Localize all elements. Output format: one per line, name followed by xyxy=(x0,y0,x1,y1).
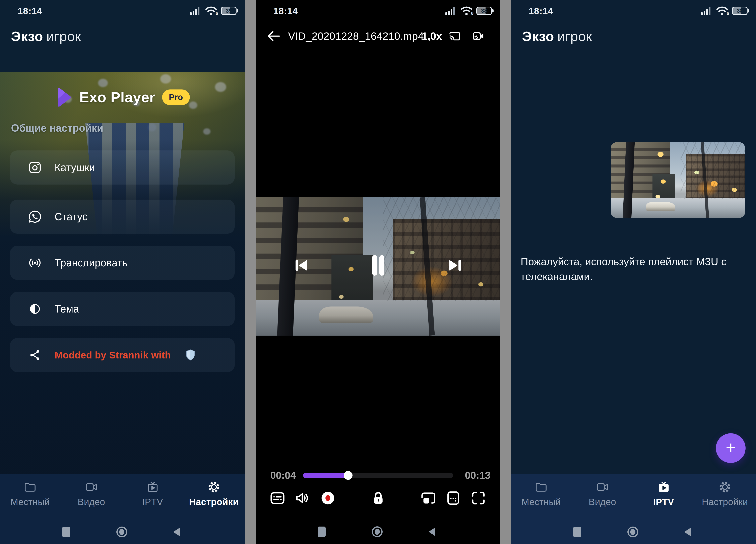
tab-label: Местный xyxy=(521,496,561,507)
home-button[interactable] xyxy=(116,526,127,538)
tab-label: Видео xyxy=(78,496,105,507)
clock: 18:14 xyxy=(529,6,553,16)
wifi-gen-label: 6 xyxy=(727,11,729,16)
wifi-icon: 6 xyxy=(716,6,728,16)
tv-icon xyxy=(657,480,670,494)
folder-icon xyxy=(534,480,548,494)
panel-separator xyxy=(245,0,256,544)
cast-icon[interactable] xyxy=(448,30,462,42)
tab-video[interactable]: Видео xyxy=(61,480,121,507)
tab-local[interactable]: Местный xyxy=(0,480,60,507)
current-time: 00:04 xyxy=(270,470,296,481)
panel-separator xyxy=(500,0,511,544)
signal-icon xyxy=(190,6,201,15)
recents-button[interactable] xyxy=(573,527,581,537)
player-toolbar xyxy=(256,487,500,509)
playback-speed-button[interactable]: 1,0x xyxy=(422,30,442,42)
video-settings-icon[interactable] xyxy=(471,30,486,43)
back-arrow-icon[interactable] xyxy=(267,30,280,42)
more-grid-icon[interactable] xyxy=(445,490,462,506)
recents-button[interactable] xyxy=(62,527,70,537)
subtitles-icon[interactable] xyxy=(269,490,286,506)
settings-item-label: Катушки xyxy=(55,162,95,174)
parked-car xyxy=(646,202,675,211)
progress-fill xyxy=(303,473,348,478)
settings-screen: 18:14 6 39 Экзоигрок xyxy=(0,0,245,544)
tab-video[interactable]: Видео xyxy=(572,480,632,507)
tab-settings[interactable]: Настройки xyxy=(184,480,244,507)
pip-icon[interactable] xyxy=(420,490,437,506)
settings-item-status[interactable]: Статус xyxy=(10,200,235,234)
modded-by-item[interactable]: Modded by Strannik with xyxy=(10,338,235,372)
tab-label: IPTV xyxy=(142,496,163,507)
record-button[interactable] xyxy=(319,490,336,506)
share-icon xyxy=(28,348,42,362)
android-gesture-bar xyxy=(0,520,245,544)
lock-icon[interactable] xyxy=(370,490,387,506)
volume-icon[interactable] xyxy=(294,490,311,506)
exo-player-logo: Exo Player Pro xyxy=(0,79,245,115)
signal-icon xyxy=(701,6,712,15)
bottom-nav: Местный Видео IPTV Настройки xyxy=(0,474,245,544)
tab-iptv[interactable]: IPTV xyxy=(634,480,694,507)
android-gesture-bar xyxy=(256,520,500,544)
seek-track[interactable] xyxy=(303,473,453,478)
settings-item-theme[interactable]: Тема xyxy=(10,292,235,326)
settings-item-label: Статус xyxy=(55,211,87,223)
section-heading: Общие настройки xyxy=(11,122,103,134)
seek-thumb[interactable] xyxy=(344,471,353,480)
pause-button[interactable] xyxy=(371,254,386,276)
android-gesture-bar xyxy=(511,520,756,544)
tab-label: Видео xyxy=(589,496,616,507)
channel-thumbnail[interactable] xyxy=(611,142,745,218)
battery-icon: 38 xyxy=(732,7,748,15)
back-button[interactable] xyxy=(427,527,436,537)
gear-icon xyxy=(207,480,221,494)
tab-settings[interactable]: Настройки xyxy=(695,480,755,507)
settings-item-reels[interactable]: Катушки xyxy=(10,150,235,185)
broadcast-icon xyxy=(28,256,42,270)
tree-branches xyxy=(681,142,745,199)
back-button[interactable] xyxy=(172,527,181,537)
logo-text: Exo Player xyxy=(79,89,155,106)
wifi-gen-label: 6 xyxy=(216,11,218,16)
whatsapp-icon xyxy=(28,209,42,224)
settings-item-label: Транслировать xyxy=(55,257,128,269)
back-button[interactable] xyxy=(683,527,692,537)
wifi-icon: 6 xyxy=(460,6,473,16)
tab-iptv[interactable]: IPTV xyxy=(123,480,183,507)
wifi-gen-label: 6 xyxy=(471,11,474,16)
fullscreen-icon[interactable] xyxy=(470,490,487,506)
modded-by-label: Modded by Strannik with xyxy=(55,350,171,361)
recents-button[interactable] xyxy=(318,527,326,537)
video-filename: VID_20201228_164210.mp4 xyxy=(288,30,424,42)
status-icons: 6 38 xyxy=(701,6,748,16)
iptv-hint-text: Пожалуйста, используйте плейлист M3U с т… xyxy=(521,254,747,284)
iptv-screen: 18:14 6 38 Экзоигрок xyxy=(511,0,756,544)
battery-percent: 38 xyxy=(477,7,491,14)
page-title: Экзоигрок xyxy=(522,28,592,44)
skip-next-button[interactable] xyxy=(448,259,462,271)
home-button[interactable] xyxy=(627,526,638,538)
total-time: 00:13 xyxy=(465,470,491,481)
status-icons: 6 39 xyxy=(190,6,237,16)
shield-icon xyxy=(185,349,195,361)
settings-item-broadcast[interactable]: Транслировать xyxy=(10,246,235,280)
clock: 18:14 xyxy=(273,6,298,16)
tab-label: Настройки xyxy=(702,496,748,507)
battery-icon: 38 xyxy=(476,7,492,15)
tab-local[interactable]: Местный xyxy=(511,480,571,507)
tab-label: Настройки xyxy=(189,496,239,507)
tv-icon xyxy=(146,480,159,494)
battery-percent: 39 xyxy=(222,7,236,14)
gear-icon xyxy=(718,480,732,494)
page-title-bold: Экзо xyxy=(11,29,43,44)
home-button[interactable] xyxy=(372,526,383,537)
add-playlist-fab[interactable]: + xyxy=(716,433,746,463)
status-bar: 18:14 6 38 xyxy=(511,0,756,22)
battery-percent: 38 xyxy=(733,7,747,14)
status-bar: 18:14 6 39 xyxy=(0,0,245,22)
settings-item-label: Тема xyxy=(55,303,79,315)
player-top-bar: VID_20201228_164210.mp4 1,0x xyxy=(256,24,500,49)
skip-previous-button[interactable] xyxy=(294,259,308,271)
